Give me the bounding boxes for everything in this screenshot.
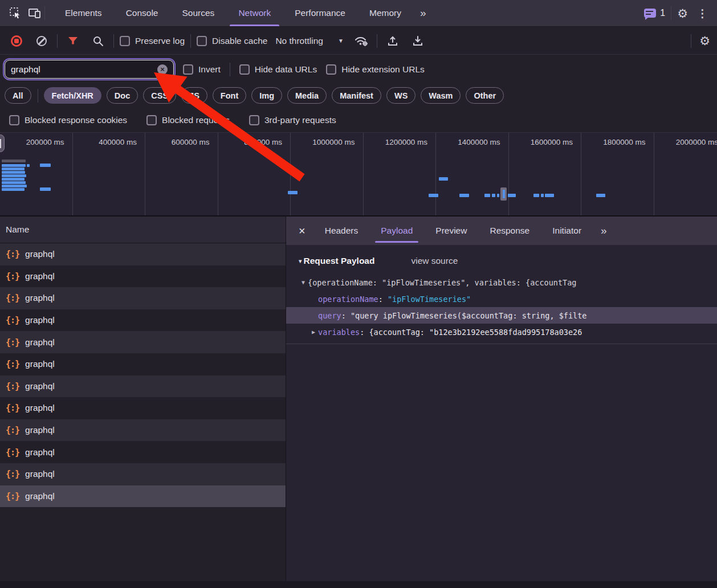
filter-chip-wasm[interactable]: Wasm (421, 87, 461, 104)
more-filters-row: Blocked response cookies Blocked request… (0, 108, 717, 133)
checkbox[interactable] (197, 36, 207, 46)
checkbox[interactable] (249, 115, 259, 125)
checkbox[interactable] (239, 64, 250, 75)
timeline-selected-marker (500, 187, 507, 201)
detail-tab-payload[interactable]: Payload (369, 217, 424, 245)
table-row[interactable]: {:}graphql (0, 485, 286, 508)
request-name: graphql (25, 315, 55, 325)
payload-row-operation-name[interactable]: operationName : "ipFlowTimeseries" (286, 291, 717, 307)
filter-chip-fetch-xhr[interactable]: Fetch/XHR (44, 87, 101, 104)
hide-extension-urls-checkbox[interactable]: Hide extension URLs (326, 64, 425, 75)
checkbox[interactable] (326, 64, 336, 75)
table-row[interactable]: {:}graphql (0, 375, 286, 398)
table-row[interactable]: {:}graphql (0, 287, 286, 309)
tab-performance[interactable]: Performance (283, 0, 357, 26)
payload-panel: ▾ Request Payload view source ▼ {operati… (286, 245, 717, 344)
filter-chip-all[interactable]: All (5, 87, 31, 104)
checkbox[interactable] (120, 36, 130, 46)
request-rows: {:}graphql{:}graphql{:}graphql{:}graphql… (0, 243, 286, 507)
table-row[interactable]: {:}graphql (0, 397, 286, 419)
throttling-dropdown[interactable]: No throttling ▼ (273, 36, 345, 46)
tab-console[interactable]: Console (114, 0, 170, 26)
filter-chip-img[interactable]: Img (251, 87, 282, 104)
network-settings-gear-icon[interactable]: ⚙ (699, 35, 710, 47)
network-overview-timeline[interactable]: 200000 ms400000 ms600000 ms800000 ms1000… (0, 133, 717, 217)
settings-gear-icon[interactable]: ⚙ (677, 7, 688, 19)
timeline-request-bar (40, 164, 51, 167)
collapsed-triangle-icon[interactable]: ▶ (309, 329, 318, 335)
toolbar-divider (57, 34, 58, 48)
hide-data-urls-checkbox[interactable]: Hide data URLs (239, 64, 317, 75)
fetch-json-icon: {:} (6, 337, 19, 348)
filter-chip-media[interactable]: Media (287, 87, 327, 104)
chevron-down-icon: ▼ (338, 38, 344, 44)
payload-summary-row[interactable]: ▼ {operationName: "ipFlowTimeseries", va… (286, 274, 717, 291)
detail-tab-preview[interactable]: Preview (424, 217, 478, 245)
detail-tab-response[interactable]: Response (478, 217, 541, 245)
record-network-log-button[interactable] (7, 31, 26, 51)
table-row[interactable]: {:}graphql (0, 309, 286, 332)
expanded-triangle-icon[interactable]: ▼ (299, 279, 308, 285)
name-column-header[interactable]: Name (0, 217, 286, 243)
tab-sources[interactable]: Sources (170, 0, 227, 26)
invert-checkbox[interactable]: Invert (183, 64, 221, 75)
more-detail-tabs-icon[interactable]: » (595, 224, 613, 237)
payload-row-variables[interactable]: ▶ variables : {accountTag: "b12e3b2192ee… (286, 324, 717, 340)
preserve-log-checkbox[interactable]: Preserve log (120, 36, 185, 46)
export-har-icon[interactable] (408, 31, 427, 51)
table-row[interactable]: {:}graphql (0, 441, 286, 463)
filter-chip-font[interactable]: Font (213, 87, 246, 104)
table-row[interactable]: {:}graphql (0, 353, 286, 375)
view-source-link[interactable]: view source (411, 256, 458, 266)
table-row[interactable]: {:}graphql (0, 419, 286, 442)
payload-row-query[interactable]: query : "query ipFlowTimeseries($account… (286, 307, 717, 324)
checkbox[interactable] (9, 115, 19, 125)
table-row[interactable]: {:}graphql (0, 266, 286, 288)
tab-memory[interactable]: Memory (357, 0, 413, 26)
checkbox[interactable] (183, 64, 193, 75)
filter-icon[interactable] (63, 31, 83, 51)
filter-chip-ws[interactable]: WS (386, 87, 415, 104)
filter-input-value[interactable]: graphql (11, 64, 153, 75)
search-icon[interactable] (88, 31, 108, 51)
disable-cache-checkbox[interactable]: Disable cache (197, 36, 267, 46)
blocked-requests-checkbox[interactable]: Blocked requests (146, 115, 230, 125)
collapse-triangle-icon[interactable]: ▾ (299, 258, 302, 265)
blocked-response-cookies-checkbox[interactable]: Blocked response cookies (9, 115, 127, 125)
timeline-tick-label: 1400000 ms (458, 138, 500, 217)
filter-input[interactable]: graphql × (5, 60, 174, 79)
third-party-requests-checkbox[interactable]: 3rd-party requests (249, 115, 336, 125)
devtools-window: ElementsConsoleSourcesNetworkPerformance… (0, 0, 717, 588)
tab-network[interactable]: Network (226, 0, 283, 26)
issues-counter[interactable]: 1 (644, 8, 665, 18)
filter-chip-css[interactable]: CSS (143, 87, 176, 104)
checkbox[interactable] (146, 115, 157, 125)
inspect-element-icon[interactable] (6, 3, 25, 23)
toolbar-divider (190, 34, 191, 48)
kebab-menu-icon[interactable]: ⋮ (694, 7, 711, 20)
table-row[interactable]: {:}graphql (0, 243, 286, 266)
request-name: graphql (25, 447, 55, 458)
table-row[interactable]: {:}graphql (0, 463, 286, 485)
timeline-tick-label: 400000 ms (99, 138, 137, 217)
tab-elements[interactable]: Elements (53, 0, 114, 26)
device-toolbar-icon[interactable] (25, 3, 44, 23)
timeline-tick-label: 1000000 ms (312, 138, 355, 217)
import-har-icon[interactable] (383, 31, 402, 51)
timeline-drag-handle[interactable] (0, 134, 5, 152)
table-row[interactable]: {:}graphql (0, 331, 286, 353)
detail-tab-initiator[interactable]: Initiator (541, 217, 593, 245)
clear-network-log-button[interactable] (32, 31, 51, 51)
filter-chip-other[interactable]: Other (466, 87, 504, 104)
more-panels-icon[interactable]: » (413, 7, 433, 19)
throttling-value: No throttling (275, 36, 323, 46)
clear-filter-icon[interactable]: × (157, 64, 168, 75)
close-icon[interactable]: × (294, 224, 313, 238)
filter-chip-js[interactable]: JS (181, 87, 207, 104)
filter-chip-doc[interactable]: Doc (107, 87, 138, 104)
detail-tab-headers[interactable]: Headers (313, 217, 370, 245)
panel-tabs: ElementsConsoleSourcesNetworkPerformance… (53, 0, 413, 26)
hide-data-urls-label: Hide data URLs (255, 64, 317, 75)
filter-chip-manifest[interactable]: Manifest (332, 87, 381, 104)
network-conditions-icon[interactable] (352, 31, 371, 51)
